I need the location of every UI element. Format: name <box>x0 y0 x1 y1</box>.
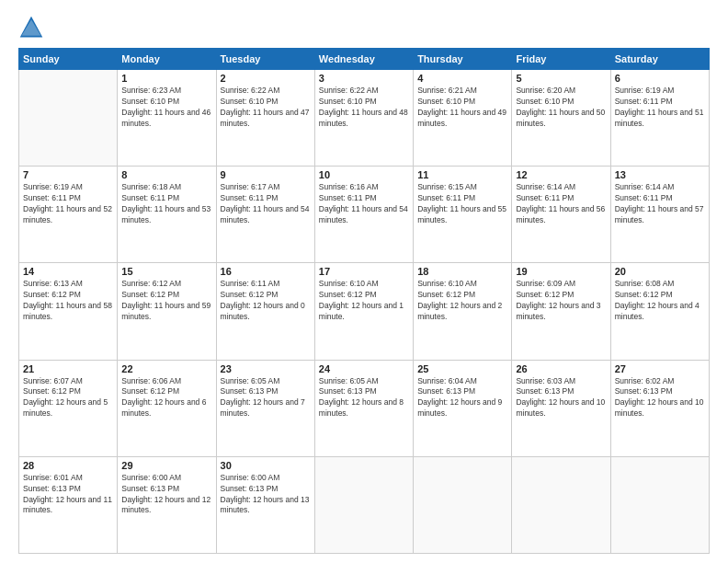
day-number: 16 <box>221 266 311 277</box>
day-info: Sunrise: 6:00 AMSunset: 6:13 PMDaylight:… <box>121 473 211 517</box>
day-number: 24 <box>319 363 409 374</box>
day-cell: 22Sunrise: 6:06 AMSunset: 6:12 PMDayligh… <box>118 360 216 456</box>
day-cell: 18Sunrise: 6:10 AMSunset: 6:12 PMDayligh… <box>414 263 512 360</box>
day-info: Sunrise: 6:18 AMSunset: 6:11 PMDaylight:… <box>121 182 211 226</box>
day-cell: 8Sunrise: 6:18 AMSunset: 6:11 PMDaylight… <box>118 167 216 263</box>
day-cell: 2Sunrise: 6:22 AMSunset: 6:10 PMDaylight… <box>216 70 314 167</box>
day-info: Sunrise: 6:09 AMSunset: 6:12 PMDaylight:… <box>516 279 606 323</box>
day-number: 12 <box>516 169 606 180</box>
day-cell: 1Sunrise: 6:23 AMSunset: 6:10 PMDaylight… <box>118 70 216 167</box>
day-cell: 29Sunrise: 6:00 AMSunset: 6:13 PMDayligh… <box>118 456 216 553</box>
day-cell: 25Sunrise: 6:04 AMSunset: 6:13 PMDayligh… <box>414 360 512 456</box>
day-info: Sunrise: 6:20 AMSunset: 6:10 PMDaylight:… <box>516 86 606 130</box>
day-number: 28 <box>23 460 113 471</box>
day-info: Sunrise: 6:04 AMSunset: 6:13 PMDaylight:… <box>417 376 507 420</box>
day-cell: 15Sunrise: 6:12 AMSunset: 6:12 PMDayligh… <box>118 263 216 360</box>
day-info: Sunrise: 6:23 AMSunset: 6:10 PMDaylight:… <box>121 86 211 130</box>
day-info: Sunrise: 6:13 AMSunset: 6:12 PMDaylight:… <box>23 279 113 323</box>
day-number: 26 <box>516 363 606 374</box>
day-cell: 7Sunrise: 6:19 AMSunset: 6:11 PMDaylight… <box>19 167 118 263</box>
day-number: 17 <box>319 266 409 277</box>
weekday-header-tuesday: Tuesday <box>216 49 314 70</box>
day-info: Sunrise: 6:14 AMSunset: 6:11 PMDaylight:… <box>516 182 606 226</box>
page: SundayMondayTuesdayWednesdayThursdayFrid… <box>0 0 728 563</box>
day-cell: 12Sunrise: 6:14 AMSunset: 6:11 PMDayligh… <box>512 167 610 263</box>
calendar-table: SundayMondayTuesdayWednesdayThursdayFrid… <box>18 48 710 554</box>
weekday-header-monday: Monday <box>118 49 216 70</box>
day-number: 13 <box>615 169 705 180</box>
day-number: 29 <box>121 460 211 471</box>
day-cell: 28Sunrise: 6:01 AMSunset: 6:13 PMDayligh… <box>19 456 118 553</box>
header <box>18 15 710 40</box>
week-row-3: 14Sunrise: 6:13 AMSunset: 6:12 PMDayligh… <box>19 263 710 360</box>
day-cell <box>610 456 709 553</box>
day-cell: 16Sunrise: 6:11 AMSunset: 6:12 PMDayligh… <box>216 263 314 360</box>
day-info: Sunrise: 6:03 AMSunset: 6:13 PMDaylight:… <box>516 376 606 420</box>
logo <box>18 15 48 40</box>
day-cell: 19Sunrise: 6:09 AMSunset: 6:12 PMDayligh… <box>512 263 610 360</box>
day-cell: 11Sunrise: 6:15 AMSunset: 6:11 PMDayligh… <box>414 167 512 263</box>
week-row-4: 21Sunrise: 6:07 AMSunset: 6:12 PMDayligh… <box>19 360 710 456</box>
weekday-header-saturday: Saturday <box>610 49 709 70</box>
day-info: Sunrise: 6:17 AMSunset: 6:11 PMDaylight:… <box>221 182 311 226</box>
day-number: 27 <box>615 363 705 374</box>
day-number: 19 <box>516 266 606 277</box>
day-number: 1 <box>121 73 211 84</box>
day-info: Sunrise: 6:12 AMSunset: 6:12 PMDaylight:… <box>121 279 211 323</box>
day-cell <box>19 70 118 167</box>
day-number: 30 <box>221 460 311 471</box>
day-number: 20 <box>615 266 705 277</box>
day-number: 21 <box>23 363 113 374</box>
day-number: 2 <box>221 73 311 84</box>
day-info: Sunrise: 6:14 AMSunset: 6:11 PMDaylight:… <box>615 182 705 226</box>
day-info: Sunrise: 6:06 AMSunset: 6:12 PMDaylight:… <box>121 376 211 420</box>
weekday-header-row: SundayMondayTuesdayWednesdayThursdayFrid… <box>19 49 710 70</box>
day-info: Sunrise: 6:15 AMSunset: 6:11 PMDaylight:… <box>417 182 507 226</box>
weekday-header-wednesday: Wednesday <box>314 49 413 70</box>
day-cell: 10Sunrise: 6:16 AMSunset: 6:11 PMDayligh… <box>314 167 413 263</box>
day-cell: 27Sunrise: 6:02 AMSunset: 6:13 PMDayligh… <box>610 360 709 456</box>
day-info: Sunrise: 6:05 AMSunset: 6:13 PMDaylight:… <box>221 376 311 420</box>
day-number: 15 <box>121 266 211 277</box>
day-info: Sunrise: 6:01 AMSunset: 6:13 PMDaylight:… <box>23 473 113 517</box>
day-number: 5 <box>516 73 606 84</box>
day-info: Sunrise: 6:10 AMSunset: 6:12 PMDaylight:… <box>417 279 507 323</box>
day-info: Sunrise: 6:05 AMSunset: 6:13 PMDaylight:… <box>319 376 409 420</box>
logo-icon <box>18 15 44 40</box>
weekday-header-sunday: Sunday <box>19 49 118 70</box>
week-row-2: 7Sunrise: 6:19 AMSunset: 6:11 PMDaylight… <box>19 167 710 263</box>
week-row-5: 28Sunrise: 6:01 AMSunset: 6:13 PMDayligh… <box>19 456 710 553</box>
day-number: 23 <box>221 363 311 374</box>
day-number: 25 <box>417 363 507 374</box>
day-info: Sunrise: 6:10 AMSunset: 6:12 PMDaylight:… <box>319 279 409 323</box>
day-number: 3 <box>319 73 409 84</box>
day-info: Sunrise: 6:16 AMSunset: 6:11 PMDaylight:… <box>319 182 409 226</box>
day-number: 7 <box>23 169 113 180</box>
day-info: Sunrise: 6:21 AMSunset: 6:10 PMDaylight:… <box>417 86 507 130</box>
day-cell: 5Sunrise: 6:20 AMSunset: 6:10 PMDaylight… <box>512 70 610 167</box>
day-cell: 4Sunrise: 6:21 AMSunset: 6:10 PMDaylight… <box>414 70 512 167</box>
day-cell: 23Sunrise: 6:05 AMSunset: 6:13 PMDayligh… <box>216 360 314 456</box>
day-cell: 14Sunrise: 6:13 AMSunset: 6:12 PMDayligh… <box>19 263 118 360</box>
day-cell: 3Sunrise: 6:22 AMSunset: 6:10 PMDaylight… <box>314 70 413 167</box>
day-info: Sunrise: 6:22 AMSunset: 6:10 PMDaylight:… <box>221 86 311 130</box>
day-number: 18 <box>417 266 507 277</box>
weekday-header-friday: Friday <box>512 49 610 70</box>
day-number: 6 <box>615 73 705 84</box>
day-info: Sunrise: 6:08 AMSunset: 6:12 PMDaylight:… <box>615 279 705 323</box>
day-number: 14 <box>23 266 113 277</box>
day-info: Sunrise: 6:19 AMSunset: 6:11 PMDaylight:… <box>615 86 705 130</box>
day-number: 11 <box>417 169 507 180</box>
day-cell: 17Sunrise: 6:10 AMSunset: 6:12 PMDayligh… <box>314 263 413 360</box>
day-cell: 20Sunrise: 6:08 AMSunset: 6:12 PMDayligh… <box>610 263 709 360</box>
day-number: 4 <box>417 73 507 84</box>
day-info: Sunrise: 6:22 AMSunset: 6:10 PMDaylight:… <box>319 86 409 130</box>
day-cell: 6Sunrise: 6:19 AMSunset: 6:11 PMDaylight… <box>610 70 709 167</box>
day-cell <box>512 456 610 553</box>
day-cell: 30Sunrise: 6:00 AMSunset: 6:13 PMDayligh… <box>216 456 314 553</box>
day-cell: 13Sunrise: 6:14 AMSunset: 6:11 PMDayligh… <box>610 167 709 263</box>
day-info: Sunrise: 6:00 AMSunset: 6:13 PMDaylight:… <box>221 473 311 517</box>
day-cell <box>314 456 413 553</box>
svg-marker-1 <box>22 19 41 36</box>
day-info: Sunrise: 6:11 AMSunset: 6:12 PMDaylight:… <box>221 279 311 323</box>
